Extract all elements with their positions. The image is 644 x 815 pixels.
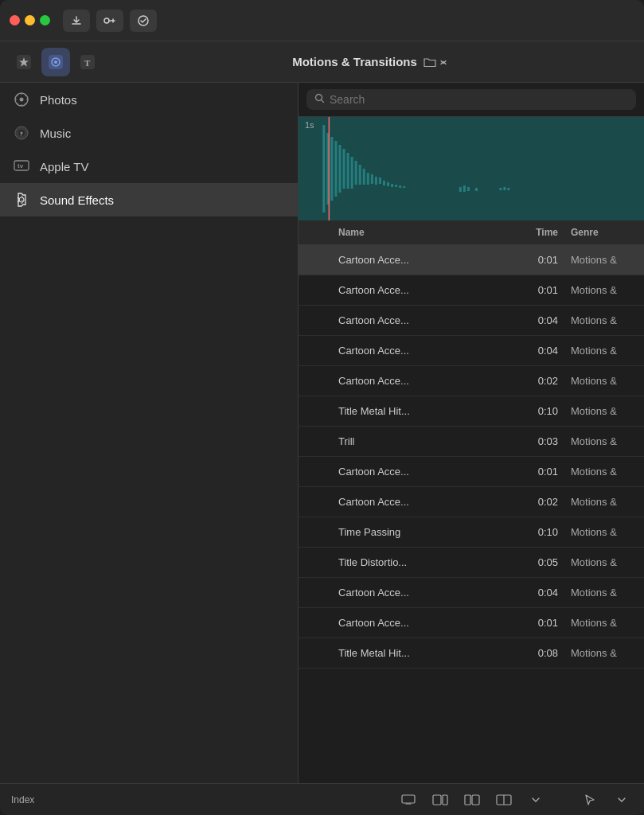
svg-rect-38 [399,185,401,188]
index-label: Index [11,794,34,805]
svg-rect-51 [465,795,470,805]
folder-picker[interactable] [423,57,447,68]
table-row[interactable]: Cartoon Acce... 0:02 Motions & [299,366,644,396]
svg-rect-18 [299,117,644,220]
table-row[interactable]: Cartoon Acce... 0:01 Motions & [299,245,644,275]
table-row[interactable]: Cartoon Acce... 0:01 Motions & [299,275,644,306]
table-header: Name Time Genre [299,220,644,245]
monitor-medium-icon[interactable] [429,789,451,811]
sidebar-label-appletv: Apple TV [40,160,88,174]
svg-rect-27 [355,161,357,185]
search-input-wrap[interactable] [306,89,636,110]
sidebar-item-photos[interactable]: Photos [0,83,298,116]
download-button[interactable] [63,10,90,32]
title-bar [0,0,644,41]
sidebar-item-appletv[interactable]: tv Apple TV [0,150,298,183]
table-row[interactable]: Cartoon Acce... 0:01 Motions & [299,457,644,487]
cell-genre: Motions & [564,647,644,659]
table-row[interactable]: Trill 0:03 Motions & [299,427,644,457]
monitor-small-icon[interactable] [397,789,420,811]
cell-name: Title Metal Hit... [299,405,509,417]
svg-rect-36 [391,184,393,187]
cell-time: 0:04 [509,314,564,326]
cell-time: 0:10 [509,405,564,417]
svg-rect-49 [433,795,441,805]
main-layout: Photos ♪ Music tv Apple TV [0,83,644,783]
sound-effects-icon [13,191,30,209]
svg-rect-44 [499,188,502,190]
search-input[interactable] [330,93,628,106]
cell-time: 0:01 [509,617,564,629]
chevron-down-icon[interactable] [525,789,547,811]
svg-rect-22 [334,141,337,197]
cell-name: Title Distortio... [299,556,509,568]
svg-rect-21 [330,137,333,201]
col-header-name[interactable]: Name [299,225,509,240]
sidebar-label-photos: Photos [40,93,77,107]
cell-name: Cartoon Acce... [299,587,509,599]
cell-name: Time Passing [299,526,509,538]
table-row[interactable]: Cartoon Acce... 0:04 Motions & [299,336,644,366]
sidebar-label-sound-effects: Sound Effects [40,193,114,207]
col-header-genre[interactable]: Genre [564,225,644,240]
cell-time: 0:03 [509,435,564,447]
table-row[interactable]: Cartoon Acce... 0:04 Motions & [299,306,644,336]
toolbar-icon-text[interactable]: T [73,48,102,76]
svg-text:tv: tv [18,162,24,170]
table-row[interactable]: Cartoon Acce... 0:02 Motions & [299,487,644,517]
cell-genre: Motions & [564,466,644,478]
key-button[interactable] [96,10,123,32]
cell-time: 0:08 [509,647,564,659]
svg-rect-28 [359,165,361,185]
table-wrap[interactable]: Name Time Genre Cartoon Acce... 0:01 Mot… [299,220,644,783]
cell-name: Cartoon Acce... [299,345,509,357]
svg-text:♪: ♪ [20,131,23,137]
svg-point-0 [104,18,109,23]
svg-rect-26 [351,157,353,189]
cell-genre: Motions & [564,284,644,296]
table-row[interactable]: Title Metal Hit... 0:10 Motions & [299,396,644,427]
svg-rect-41 [463,185,466,192]
toolbar-icon-star[interactable] [10,48,38,76]
toolbar-icon-music[interactable] [41,48,70,76]
svg-rect-42 [467,187,470,191]
table-row[interactable]: Title Distortio... 0:05 Motions & [299,548,644,578]
cell-genre: Motions & [564,587,644,599]
cell-time: 0:01 [509,466,564,478]
svg-rect-40 [459,187,462,192]
close-button[interactable] [10,15,20,25]
svg-rect-50 [443,795,447,805]
cell-genre: Motions & [564,617,644,629]
cell-name: Cartoon Acce... [299,496,509,508]
table-row[interactable]: Title Metal Hit... 0:08 Motions & [299,638,644,669]
monitor-large-icon[interactable] [461,789,483,811]
cell-time: 0:02 [509,496,564,508]
traffic-lights [10,15,50,25]
cell-name: Cartoon Acce... [299,617,509,629]
svg-point-9 [20,98,24,102]
maximize-button[interactable] [40,15,50,25]
cell-genre: Motions & [564,526,644,538]
svg-rect-33 [379,177,381,184]
sidebar-label-music: Music [40,127,71,140]
sidebar-item-music[interactable]: ♪ Music [0,116,298,150]
sidebar: Photos ♪ Music tv Apple TV [0,83,299,783]
col-header-time[interactable]: Time [509,225,564,240]
waveform-timestamp: 1s [305,120,314,130]
svg-rect-25 [347,153,349,189]
cursor-icon[interactable] [579,789,601,811]
photos-icon [13,91,30,108]
table-row[interactable]: Cartoon Acce... 0:04 Motions & [299,578,644,608]
sidebar-item-sound-effects[interactable]: Sound Effects [0,183,298,216]
svg-rect-35 [387,182,389,186]
monitor-split-icon[interactable] [493,789,515,811]
cell-genre: Motions & [564,435,644,447]
chevron-down2-icon[interactable] [611,789,633,811]
svg-rect-39 [403,186,405,188]
check-button[interactable] [130,10,157,32]
table-row[interactable]: Cartoon Acce... 0:01 Motions & [299,608,644,638]
svg-rect-29 [363,169,365,185]
table-row[interactable]: Time Passing 0:10 Motions & [299,517,644,548]
minimize-button[interactable] [25,15,35,25]
svg-rect-24 [343,149,345,189]
